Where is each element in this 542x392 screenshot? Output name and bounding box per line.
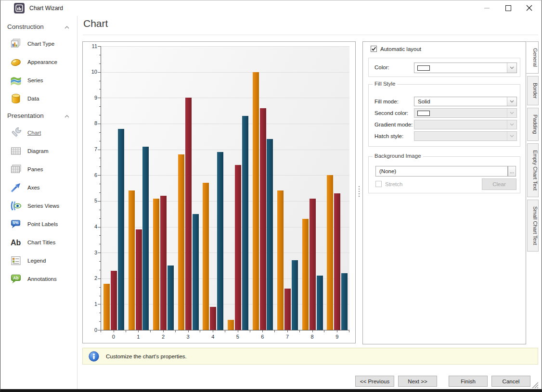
chevron-up-icon[interactable] [65, 112, 69, 119]
y-axis-label: 10 [84, 69, 97, 75]
bar-series0-x8 [302, 219, 309, 330]
tab-empty-chart-text[interactable]: Empty Chart Text [527, 143, 539, 197]
x-boundary-tick [126, 330, 126, 332]
fill-style-group: Fill Style Fill mode: Solid Second color… [368, 84, 520, 147]
chevron-down-icon [507, 132, 516, 140]
x-axis-label: 3 [176, 334, 201, 340]
gradient-mode-dropdown [414, 120, 517, 129]
finish-button[interactable]: Finish [449, 376, 488, 387]
chevron-down-icon [507, 109, 516, 117]
y-minor-tick [99, 141, 101, 141]
y-axis-label: 8 [84, 120, 97, 126]
x-axis-label: 0 [101, 334, 126, 340]
bar-series0-x0 [103, 284, 110, 330]
minimize-button[interactable] [476, 0, 498, 15]
y-minor-tick [99, 321, 101, 322]
next-button[interactable]: Next >> [398, 376, 437, 387]
second-color-label: Second color: [374, 110, 408, 116]
x-boundary-tick [101, 330, 101, 332]
sidebar-item-legend[interactable]: Legend [0, 252, 77, 270]
sidebar-item-panes[interactable]: Panes [0, 160, 77, 178]
sidebar-item-label: Chart [27, 130, 41, 136]
sidebar-item-label: Panes [27, 166, 43, 172]
y-axis-label: 7 [84, 146, 97, 152]
tab-border[interactable]: Border [527, 76, 539, 105]
y-major-tick [98, 175, 101, 176]
bar-series1-x2 [160, 196, 167, 330]
maximize-button[interactable] [497, 0, 519, 15]
data-icon [10, 92, 22, 105]
gridline [101, 150, 349, 150]
sidebar-item-chart[interactable]: Chart [0, 124, 77, 142]
y-minor-tick [99, 132, 101, 133]
fill-mode-label: Fill mode: [374, 99, 399, 104]
x-axis-label: 6 [250, 334, 275, 340]
x-boundary-tick [324, 330, 324, 332]
bar-series2-x5 [242, 116, 248, 330]
y-axis-label: 5 [84, 198, 97, 203]
automatic-layout-checkbox[interactable]: Automatic layout [371, 46, 421, 52]
tab-general[interactable]: General [526, 41, 539, 74]
property-tabs: GeneralBorderPaddingEmpty Chart TextSmal… [526, 41, 539, 254]
y-minor-tick [99, 296, 101, 296]
fill-mode-dropdown[interactable]: Solid [414, 97, 517, 106]
y-minor-tick [99, 166, 101, 167]
y-axis-label: 0 [84, 327, 97, 333]
sidebar-item-label: Series [27, 77, 43, 83]
sidebar-item-annotations[interactable]: AbAnnotations [0, 270, 77, 288]
y-minor-tick [99, 115, 101, 115]
fill-mode-value: Solid [418, 99, 430, 104]
browse-button[interactable]: ... [508, 166, 516, 177]
x-center-tick [213, 330, 213, 332]
panel-splitter[interactable] [358, 186, 361, 200]
x-axis-label: 2 [151, 334, 176, 340]
sidebar-item-data[interactable]: Data [0, 89, 77, 108]
sidebar-item-point-labels[interactable]: 5%Point Labels [0, 215, 77, 233]
y-minor-tick [99, 184, 101, 184]
x-axis-label: 9 [324, 334, 349, 340]
background-image-field[interactable]: (None) [375, 166, 508, 177]
sidebar-item-diagram[interactable]: Diagram [0, 142, 77, 160]
x-axis-label: 8 [300, 334, 325, 340]
sidebar-item-chart-titles[interactable]: AbChart Titles [0, 233, 77, 252]
sidebar-item-series-views[interactable]: Series Views [0, 197, 77, 215]
tab-padding[interactable]: Padding [527, 108, 539, 140]
sidebar-item-label: Point Labels [27, 221, 58, 227]
fill-style-title: Fill Style [373, 81, 397, 87]
sidebar-item-chart-type[interactable]: Chart Type [0, 35, 77, 53]
x-boundary-tick [250, 330, 250, 332]
window-title: Chart Wizard [29, 5, 63, 12]
bar-series2-x4 [217, 152, 223, 330]
sidebar-item-series[interactable]: Series [0, 71, 77, 89]
y-major-tick [98, 304, 101, 304]
x-center-tick [238, 330, 238, 332]
bar-series0-x4 [203, 183, 209, 330]
close-button[interactable] [518, 0, 540, 15]
bar-series1-x9 [334, 193, 340, 330]
y-axis-label: 11 [84, 43, 97, 49]
title-separator [83, 35, 538, 35]
y-major-tick [98, 150, 101, 150]
resize-grip[interactable] [531, 381, 539, 389]
stretch-label: Stretch [385, 181, 402, 187]
tab-small-chart-text[interactable]: Small Chart Text [527, 200, 539, 252]
y-minor-tick [99, 218, 101, 219]
sidebar-item-appearance[interactable]: Appearance [0, 53, 77, 71]
y-axis-label: 4 [84, 224, 97, 229]
x-center-tick [312, 330, 313, 332]
cancel-button[interactable]: Cancel [491, 376, 530, 387]
bar-series1-x1 [136, 229, 142, 330]
bar-series2-x8 [317, 276, 323, 330]
chevron-up-icon[interactable] [65, 23, 69, 30]
bar-series2-x7 [292, 260, 298, 330]
checkbox-box [375, 181, 382, 187]
bar-series1-x6 [260, 108, 266, 330]
svg-text:Ab: Ab [11, 239, 21, 247]
series-views-icon [10, 200, 22, 212]
x-axis-label: 1 [126, 334, 151, 340]
y-minor-tick [99, 55, 101, 55]
previous-button[interactable]: << Previous [355, 376, 394, 387]
color-dropdown[interactable] [414, 63, 517, 73]
background-image-title: Background Image [373, 153, 423, 159]
sidebar-item-axes[interactable]: Axes [0, 178, 77, 197]
